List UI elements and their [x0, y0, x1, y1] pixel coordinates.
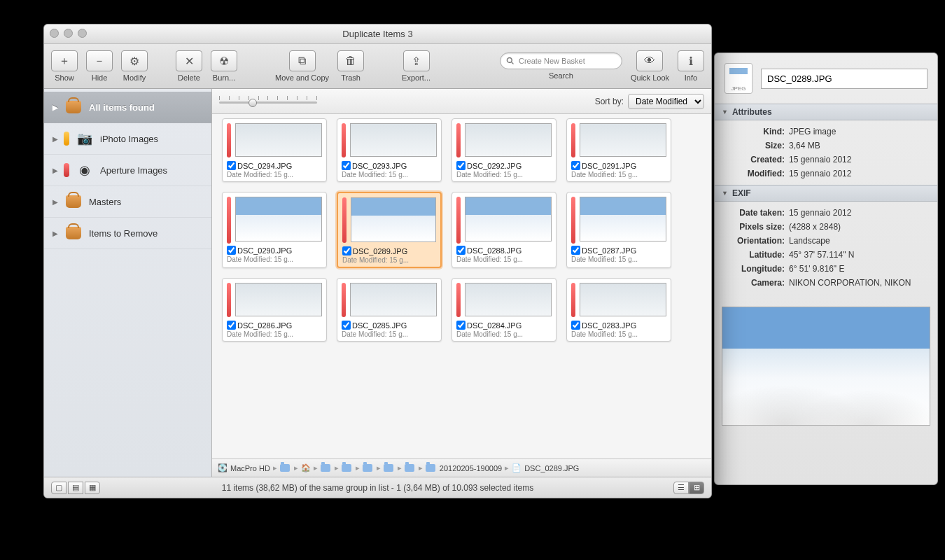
chevron-right-icon: ▶: [52, 230, 58, 237]
thumbnail-size-slider[interactable]: [219, 96, 317, 107]
toolbar: ＋Show －Hide ⚙Modify ✕Delete ☢Burn... ⧉Mo…: [44, 44, 711, 89]
modify-button[interactable]: ⚙: [121, 50, 148, 71]
show-button[interactable]: ＋: [51, 50, 78, 71]
folder-icon: [405, 464, 414, 472]
aperture-icon: ◉: [75, 162, 94, 178]
thumbnail-grid[interactable]: DSC_0294.JPG Date Modified: 15 g... DSC_…: [212, 114, 711, 458]
thumbnail-card[interactable]: DSC_0284.JPG Date Modified: 15 g...: [451, 278, 556, 342]
item-checkbox[interactable]: [571, 246, 580, 255]
orientation-value: Landscape: [789, 236, 830, 246]
thumbnail-card[interactable]: DSC_0287.JPG Date Modified: 15 g...: [566, 192, 671, 268]
close-icon[interactable]: [50, 29, 59, 38]
thumbnail-card[interactable]: DSC_0293.JPG Date Modified: 15 g...: [337, 118, 442, 182]
disk-icon: 💽: [218, 463, 227, 472]
thumbnail-image: [235, 283, 322, 316]
info-button[interactable]: ℹ: [678, 50, 704, 71]
minimize-icon[interactable]: [64, 29, 73, 38]
item-checkbox[interactable]: [456, 321, 465, 330]
sort-label: Sort by:: [595, 97, 624, 106]
thumbnail-image: [465, 283, 552, 316]
burn-label: Burn...: [213, 74, 235, 82]
sidebar-item-all[interactable]: ▶ All items found: [44, 92, 211, 123]
view-option-button[interactable]: ▢: [51, 482, 66, 494]
item-checkbox[interactable]: [342, 161, 351, 170]
view-option-button[interactable]: ▤: [68, 482, 83, 494]
item-checkbox[interactable]: [227, 161, 236, 170]
path-bar[interactable]: 💽 MacPro HD▸ ▸ 🏠▸ ▸ ▸ ▸ ▸ ▸ 20120205-190…: [212, 458, 711, 477]
sidebar-item-masters[interactable]: ▶ Masters: [44, 186, 211, 218]
delete-button[interactable]: ✕: [176, 50, 202, 71]
sidebar-item-iphoto[interactable]: ▶ 📷 iPhoto Images: [44, 123, 211, 155]
duplicate-marker-icon: [227, 123, 231, 158]
sidebar-item-label: Items to Remove: [89, 228, 158, 239]
trash-label: Trash: [341, 74, 360, 82]
thumbnail-card[interactable]: DSC_0289.JPG Date Modified: 15 g...: [337, 192, 442, 268]
trash-button[interactable]: 🗑: [337, 50, 364, 71]
thumbnail-image: [350, 283, 437, 316]
thumbnail-card[interactable]: DSC_0285.JPG Date Modified: 15 g...: [337, 278, 442, 342]
orientation-label: Orientation:: [724, 236, 785, 246]
sort-select[interactable]: Date Modified: [628, 94, 704, 109]
filename-label: DSC_0292.JPG: [467, 162, 522, 170]
sidebar-item-remove[interactable]: ▶ Items to Remove: [44, 218, 211, 249]
path-segment[interactable]: DSC_0289.JPG: [524, 464, 579, 472]
search-label: Search: [549, 71, 573, 80]
size-label: Size:: [724, 141, 785, 150]
hide-button[interactable]: －: [86, 50, 113, 71]
item-checkbox[interactable]: [342, 321, 351, 330]
pixels-label: Pixels size:: [724, 222, 785, 232]
path-segment[interactable]: 20120205-190009: [440, 464, 502, 472]
item-checkbox[interactable]: [571, 321, 580, 330]
created-value: 15 gennaio 2012: [789, 155, 851, 164]
basket-icon: [66, 195, 81, 208]
thumbnail-card[interactable]: DSC_0286.JPG Date Modified: 15 g...: [222, 278, 327, 342]
item-checkbox[interactable]: [456, 246, 465, 255]
filename-label: DSC_0287.JPG: [582, 246, 636, 255]
export-button[interactable]: ⇪: [403, 50, 430, 71]
search-field[interactable]: Create New Basket: [500, 52, 622, 69]
thumbnail-card[interactable]: DSC_0288.JPG Date Modified: 15 g...: [451, 192, 556, 268]
sidebar: ▶ All items found ▶ 📷 iPhoto Images ▶ ◉ …: [44, 89, 212, 477]
exif-header[interactable]: ▼EXIF: [715, 185, 937, 202]
attributes-header[interactable]: ▼Attributes: [715, 104, 937, 120]
show-label: Show: [55, 74, 74, 82]
item-checkbox[interactable]: [227, 321, 236, 330]
info-label: Info: [685, 74, 697, 82]
thumbnail-card[interactable]: DSC_0283.JPG Date Modified: 15 g...: [566, 278, 671, 342]
thumbnail-card[interactable]: DSC_0292.JPG Date Modified: 15 g...: [451, 118, 556, 182]
hide-label: Hide: [92, 74, 108, 82]
size-value: 3,64 MB: [789, 141, 820, 150]
item-checkbox[interactable]: [342, 246, 351, 255]
filename-field[interactable]: [761, 69, 927, 89]
meta-label: Date Modified: 15 g...: [571, 255, 666, 263]
quicklook-button[interactable]: 👁: [636, 50, 663, 71]
sidebar-item-aperture[interactable]: ▶ ◉ Aperture Images: [44, 155, 211, 186]
thumbnail-card[interactable]: DSC_0291.JPG Date Modified: 15 g...: [566, 118, 671, 182]
home-icon: 🏠: [301, 463, 311, 472]
item-checkbox[interactable]: [227, 246, 236, 255]
filename-label: DSC_0283.JPG: [582, 321, 636, 330]
list-view-button[interactable]: ☰: [673, 482, 689, 494]
filename-label: DSC_0293.JPG: [352, 162, 407, 170]
filename-label: DSC_0285.JPG: [352, 321, 407, 330]
duplicate-marker-icon: [571, 197, 575, 244]
latitude-label: Latitude:: [724, 250, 785, 260]
status-text: 11 items (38,62 MB) of the same group in…: [222, 483, 534, 493]
path-segment[interactable]: MacPro HD: [230, 464, 270, 472]
duplicate-marker-icon: [342, 197, 346, 243]
thumbnail-card[interactable]: DSC_0290.JPG Date Modified: 15 g...: [222, 192, 327, 268]
meta-label: Date Modified: 15 g...: [342, 330, 437, 338]
export-label: Export...: [402, 74, 430, 82]
thumbnail-card[interactable]: DSC_0294.JPG Date Modified: 15 g...: [222, 118, 327, 182]
view-option-button[interactable]: ▦: [85, 482, 100, 494]
grid-view-button[interactable]: ⊞: [689, 482, 704, 494]
item-checkbox[interactable]: [571, 161, 580, 170]
thumbnail-image: [580, 197, 666, 241]
move-copy-button[interactable]: ⧉: [289, 50, 316, 71]
burn-button[interactable]: ☢: [211, 50, 237, 71]
item-checkbox[interactable]: [456, 161, 465, 170]
zoom-icon[interactable]: [78, 29, 87, 38]
titlebar[interactable]: Duplicate Items 3: [44, 24, 711, 44]
duplicate-marker-icon: [227, 197, 231, 244]
meta-label: Date Modified: 15 g...: [227, 171, 322, 178]
